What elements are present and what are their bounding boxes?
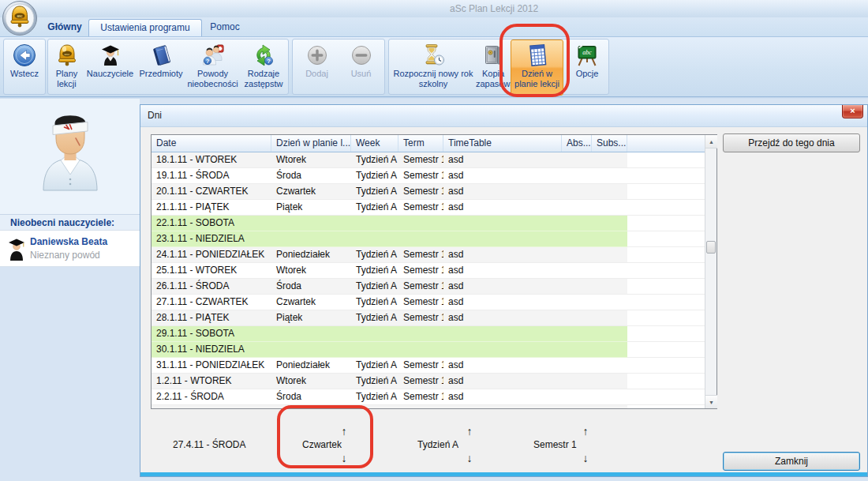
ribbon-group-entities: asc Plany lekcji Na xyxy=(47,39,289,95)
table-cell xyxy=(592,231,627,247)
column-header[interactable]: Date xyxy=(152,135,271,152)
opcje-button[interactable]: abc Opcje xyxy=(567,40,608,94)
term-spinner-up-icon[interactable]: ↑ xyxy=(578,424,593,439)
przedmioty-button[interactable]: Przedmioty xyxy=(136,40,186,94)
week-spinner-up-icon[interactable]: ↑ xyxy=(462,424,477,439)
tab-pomoc[interactable]: Pomoc xyxy=(204,19,246,36)
table-cell: Semestr 1 xyxy=(398,184,443,200)
table-cell: Środa xyxy=(271,389,351,405)
term-spinner-down-icon[interactable]: ↓ xyxy=(578,451,593,466)
zamknij-button[interactable]: Zamknij xyxy=(723,452,860,471)
injured-teacher-icon xyxy=(28,107,112,195)
table-cell xyxy=(562,310,592,326)
column-header[interactable]: Week xyxy=(351,135,398,152)
dodaj-button[interactable]: Dodaj xyxy=(295,40,339,94)
table-row[interactable]: 27.1.11 - CZWARTEKCzwartekTydzień ASemes… xyxy=(152,295,705,310)
tab-ustawienia-programu[interactable]: Ustawienia programu xyxy=(88,19,202,36)
table-row[interactable]: 2.2.11 - ŚRODAŚrodaTydzień ASemestr 1asd xyxy=(152,389,705,405)
table-cell: Tydzień A xyxy=(351,310,398,326)
table-cell: 18.1.11 - WTOREK xyxy=(152,152,271,168)
table-cell xyxy=(562,247,592,263)
absent-teacher-item[interactable]: Daniewska Beata Nieznany powód xyxy=(0,230,140,267)
absence-people-icon: ? xyxy=(200,43,226,68)
rozpocznij-nowy-rok-button[interactable]: Rozpocznij nowy rok szkolny xyxy=(391,40,476,94)
tab-glowny[interactable]: Główny xyxy=(44,19,85,36)
table-cell xyxy=(562,200,592,216)
table-row[interactable]: 19.1.11 - ŚRODAŚrodaTydzień ASemestr 1as… xyxy=(152,168,705,184)
table-cell xyxy=(592,326,627,342)
table-cell: asd xyxy=(443,168,562,184)
column-header[interactable]: TimeTable xyxy=(443,135,562,152)
table-row[interactable]: 1.2.11 - WTOREKWtorekTydzień ASemestr 1a… xyxy=(152,374,705,389)
table-row[interactable]: 3.2.11 - CZWARTEKCzwartekTydzień ASemest… xyxy=(152,405,705,408)
table-cell: Wtorek xyxy=(271,263,351,279)
table-cell: 24.1.11 - PONIEDZIAŁEK xyxy=(152,247,271,263)
table-row[interactable]: 30.1.11 - NIEDZIELA xyxy=(152,342,705,358)
goto-day-button[interactable]: Przejdź do tego dnia xyxy=(723,133,860,152)
column-header[interactable]: Term xyxy=(398,135,443,152)
column-header[interactable]: Dzień w planie l... xyxy=(271,135,351,152)
table-cell: Tydzień A xyxy=(351,389,398,405)
table-cell: Poniedziałek xyxy=(271,247,351,263)
table-cell: Piątek xyxy=(271,310,351,326)
table-cell: Tydzień A xyxy=(351,184,398,200)
table-cell xyxy=(592,216,627,231)
column-header[interactable]: Abs... xyxy=(562,135,592,152)
table-row[interactable]: 20.1.11 - CZWARTEKCzwartekTydzień ASemes… xyxy=(152,184,705,200)
table-row[interactable]: 29.1.11 - SOBOTA xyxy=(152,326,705,342)
usun-button[interactable]: Usuń xyxy=(339,40,383,94)
table-cell: asd xyxy=(443,389,562,405)
table-cell: asd xyxy=(443,152,562,168)
table-row[interactable]: 26.1.11 - ŚRODAŚrodaTydzień ASemestr 1as… xyxy=(152,279,705,295)
table-cell xyxy=(351,342,398,358)
table-row[interactable]: 31.1.11 - PONIEDZIAŁEKPoniedziałekTydzie… xyxy=(152,358,705,374)
rodzaje-zastepstw-button[interactable]: ? Rodzaje zastępstw xyxy=(239,40,288,94)
table-cell: Semestr 1 xyxy=(398,152,443,168)
ribbon-tabs: Główny Ustawienia programu Pomoc xyxy=(0,17,868,36)
dialog-close-icon[interactable]: × xyxy=(842,105,863,118)
wstecz-button[interactable]: Wstecz xyxy=(5,40,44,94)
ribbon-group-back: Wstecz xyxy=(3,39,46,95)
table-row[interactable]: 21.1.11 - PIĄTEKPiątekTydzień ASemestr 1… xyxy=(152,200,705,216)
table-cell xyxy=(271,326,351,342)
hourglass-icon xyxy=(421,43,446,68)
vertical-scrollbar[interactable]: ▲ ▼ xyxy=(705,135,716,408)
table-cell: Poniedziałek xyxy=(271,358,351,374)
table-row[interactable]: 28.1.11 - PIĄTEKPiątekTydzień ASemestr 1… xyxy=(152,310,705,326)
table-cell xyxy=(443,231,562,247)
table-cell: 27.1.11 - CZWARTEK xyxy=(152,295,271,310)
dialog-titlebar[interactable]: Dni × xyxy=(140,105,867,127)
table-cell xyxy=(562,184,592,200)
scroll-up-icon[interactable]: ▲ xyxy=(705,135,717,148)
powody-nieobecnosci-button[interactable]: ? Powody nieobecności xyxy=(186,40,239,94)
plany-lekcji-button[interactable]: asc Plany lekcji xyxy=(49,40,84,94)
table-cell: Semestr 1 xyxy=(398,295,443,310)
scrollbar-thumb[interactable] xyxy=(706,241,716,254)
table-cell xyxy=(271,216,351,231)
minus-icon xyxy=(349,43,374,68)
nauczyciele-button[interactable]: Nauczyciele xyxy=(84,40,136,94)
table-row[interactable]: 24.1.11 - PONIEDZIAŁEKPoniedziałekTydzie… xyxy=(152,247,705,263)
table-cell xyxy=(398,326,443,342)
table-cell: Tydzień A xyxy=(351,279,398,295)
app-logo-bell-icon[interactable]: asc xyxy=(2,0,38,36)
table-row[interactable]: 23.1.11 - NIEDZIELA xyxy=(152,231,705,247)
table-cell: Tydzień A xyxy=(351,168,398,184)
week-spinner-down-icon[interactable]: ↓ xyxy=(462,451,477,466)
column-header[interactable]: Subs... xyxy=(592,135,627,152)
table-cell xyxy=(562,231,592,247)
table-cell xyxy=(351,231,398,247)
scroll-down-icon[interactable]: ▼ xyxy=(705,395,717,408)
back-icon xyxy=(12,43,37,68)
table-row-filler xyxy=(627,231,705,247)
table-cell: Tydzień A xyxy=(351,152,398,168)
table-row[interactable]: 22.1.11 - SOBOTA xyxy=(152,216,705,231)
table-cell: Tydzień A xyxy=(351,200,398,216)
table-row[interactable]: 18.1.11 - WTOREKWtorekTydzień ASemestr 1… xyxy=(152,152,705,168)
substitution-arrows-icon: ? xyxy=(251,43,276,68)
table-cell: 21.1.11 - PIĄTEK xyxy=(152,200,271,216)
table-cell xyxy=(351,216,398,231)
table-cell: 23.1.11 - NIEDZIELA xyxy=(152,231,271,247)
table-cell: 31.1.11 - PONIEDZIAŁEK xyxy=(152,358,271,374)
table-row[interactable]: 25.1.11 - WTOREKWtorekTydzień ASemestr 1… xyxy=(152,263,705,279)
